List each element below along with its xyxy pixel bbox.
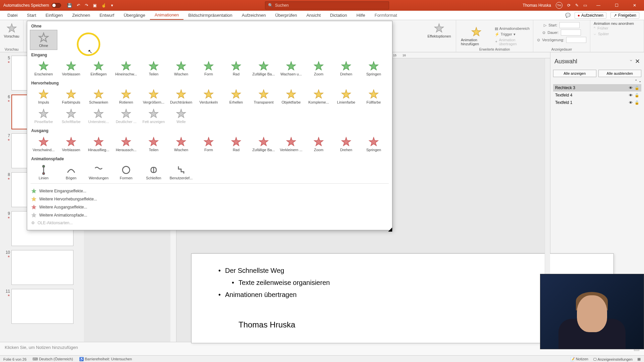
eye-icon[interactable]: 👁: [629, 86, 633, 90]
tab-dictation[interactable]: Dictation: [325, 11, 352, 20]
anim-none[interactable]: Ohne: [30, 30, 57, 50]
anim-item[interactable]: Linienfarbe: [332, 87, 360, 106]
anim-item[interactable]: Zoom: [305, 134, 332, 154]
anim-item[interactable]: Verschwind...: [30, 134, 57, 154]
sync-icon[interactable]: ⟳: [567, 3, 571, 8]
anim-item[interactable]: Hineinschw...: [112, 59, 140, 78]
anim-item[interactable]: Heraussch...: [112, 134, 140, 154]
anim-item[interactable]: Einfliegen: [85, 59, 112, 78]
tab-animationen[interactable]: Animationen: [150, 11, 183, 20]
redo-icon[interactable]: ↷: [85, 3, 88, 8]
more-exit-effects[interactable]: Weitere Ausgangseffekte...: [31, 203, 389, 211]
anim-item[interactable]: Durchtränken: [167, 87, 195, 106]
more-motion-paths[interactable]: Weitere Animationspfade...: [31, 211, 389, 219]
hide-all-button[interactable]: Alle ausblenden: [598, 70, 642, 77]
anim-item[interactable]: Teilen: [140, 59, 167, 78]
anim-path-item[interactable]: Linien: [30, 163, 57, 182]
share-button[interactable]: ↗Freigeben: [610, 12, 639, 19]
anim-path-item[interactable]: Bögen: [57, 163, 85, 182]
show-all-button[interactable]: Alle anzeigen: [553, 70, 596, 77]
effect-options-button[interactable]: Effektoptionen: [426, 21, 452, 40]
move-down-icon[interactable]: ⌄: [639, 79, 641, 83]
lock-icon[interactable]: 🔓: [635, 101, 639, 105]
selection-pane-dropdown-icon[interactable]: ⌵: [630, 58, 632, 65]
anim-path-item[interactable]: Wendungen: [85, 163, 112, 182]
draw-icon[interactable]: ✎: [575, 3, 579, 8]
anim-item[interactable]: Hinausflieg...: [85, 134, 112, 154]
tab-ansicht[interactable]: Ansicht: [302, 11, 325, 20]
anim-item[interactable]: Verdunkeln: [195, 87, 222, 106]
anim-item[interactable]: Form: [195, 134, 222, 154]
minimize-button[interactable]: —: [592, 0, 605, 11]
anim-item[interactable]: Rotieren: [112, 87, 140, 106]
anim-item[interactable]: Wischen: [167, 59, 195, 78]
anim-item[interactable]: Rad: [222, 59, 250, 78]
display-settings-button[interactable]: 🖵 Anzeigeeinstellungen: [593, 357, 633, 361]
anim-path-item[interactable]: Formen: [112, 163, 140, 182]
anim-item[interactable]: Zoom: [305, 59, 332, 78]
anim-item[interactable]: Schwanken: [85, 87, 112, 106]
record-button[interactable]: ●Aufzeichnen: [575, 12, 606, 19]
move-earlier-button[interactable]: ^ Früher: [594, 26, 608, 30]
selection-pane-close-icon[interactable]: ✕: [635, 58, 640, 65]
tab-einfuegen[interactable]: Einfügen: [41, 11, 67, 20]
anim-item[interactable]: Drehen: [332, 59, 360, 78]
tab-hilfe[interactable]: Hilfe: [352, 11, 370, 20]
anim-item[interactable]: Vergrößern...: [140, 87, 167, 106]
anim-item[interactable]: Füllfarbe: [360, 87, 387, 106]
search-box[interactable]: 🔍: [265, 1, 389, 9]
anim-item[interactable]: Transparent: [250, 87, 277, 106]
selection-object[interactable]: Rechteck 3👁🔓: [553, 84, 641, 92]
anim-item[interactable]: Erscheinen: [30, 59, 57, 78]
anim-item[interactable]: Springen: [360, 134, 387, 154]
touch-icon[interactable]: ☝: [101, 3, 106, 8]
maximize-button[interactable]: ☐: [610, 0, 623, 11]
ribbon-display-icon[interactable]: ▭: [583, 3, 587, 8]
anim-item[interactable]: Wischen: [167, 134, 195, 154]
anim-item[interactable]: Teilen: [140, 134, 167, 154]
tab-zeichnen[interactable]: Zeichnen: [67, 11, 95, 20]
anim-item[interactable]: Objektfarbe: [277, 87, 305, 106]
anim-item[interactable]: Impuls: [30, 87, 57, 106]
trigger-button[interactable]: ⚡ Trigger ▾: [495, 32, 530, 37]
tab-datei[interactable]: Datei: [3, 11, 22, 20]
slide-counter[interactable]: Folie 6 von 26: [3, 357, 26, 361]
more-emphasis-effects[interactable]: Weitere Hervorhebungseffekte...: [31, 195, 389, 203]
normal-view-icon[interactable]: ▦: [637, 357, 641, 361]
anim-item[interactable]: Verkleinern ...: [277, 134, 305, 154]
anim-item[interactable]: Springen: [360, 59, 387, 78]
anim-item[interactable]: Farbimpuls: [57, 87, 85, 106]
selection-object[interactable]: Textfeld 1👁🔓: [553, 99, 641, 106]
anim-item[interactable]: Rad: [222, 134, 250, 154]
anim-item[interactable]: Zufällige Ba...: [250, 134, 277, 154]
anim-path-item[interactable]: Benutzerdef...: [167, 163, 195, 182]
anim-item[interactable]: Verblassen: [57, 59, 85, 78]
notes-button[interactable]: 📝 Notizen: [570, 357, 588, 361]
autosave-toggle[interactable]: [52, 3, 61, 8]
comments-icon[interactable]: 💬: [565, 13, 571, 18]
save-icon[interactable]: 💾: [67, 3, 72, 8]
tab-start[interactable]: Start: [22, 11, 41, 20]
animation-painter-button[interactable]: ✦ Animation übertragen: [495, 38, 530, 46]
animation-pane-button[interactable]: ▤ Animationsbereich: [495, 26, 530, 31]
move-up-icon[interactable]: ⌃: [635, 79, 637, 83]
tab-formformat[interactable]: Formformat: [370, 11, 402, 20]
add-animation-button[interactable]: Animation hinzufügen: [460, 25, 493, 47]
user-avatar[interactable]: TH: [556, 2, 562, 9]
anim-item[interactable]: Wachsen u...: [277, 59, 305, 78]
move-later-button[interactable]: ⌵ Später: [594, 32, 609, 36]
slide-thumbnail[interactable]: [11, 250, 73, 285]
qat-more-icon[interactable]: ▾: [111, 3, 113, 8]
tab-bildschirm[interactable]: Bildschirmpräsentation: [183, 11, 237, 20]
timing-dauer-field[interactable]: [561, 29, 581, 36]
preview-button[interactable]: Vorschau: [3, 21, 21, 40]
search-input[interactable]: [275, 3, 386, 8]
lock-icon[interactable]: 🔓: [635, 86, 639, 90]
close-button[interactable]: ✕: [628, 0, 641, 11]
anim-item[interactable]: Erhellen: [222, 87, 250, 106]
anim-item[interactable]: Zufällige Ba...: [250, 59, 277, 78]
anim-item[interactable]: Drehen: [332, 134, 360, 154]
tab-ueberpruefen[interactable]: Überprüfen: [270, 11, 302, 20]
tab-aufzeichnen[interactable]: Aufzeichnen: [237, 11, 271, 20]
anim-item[interactable]: Kompleme...: [305, 87, 332, 106]
